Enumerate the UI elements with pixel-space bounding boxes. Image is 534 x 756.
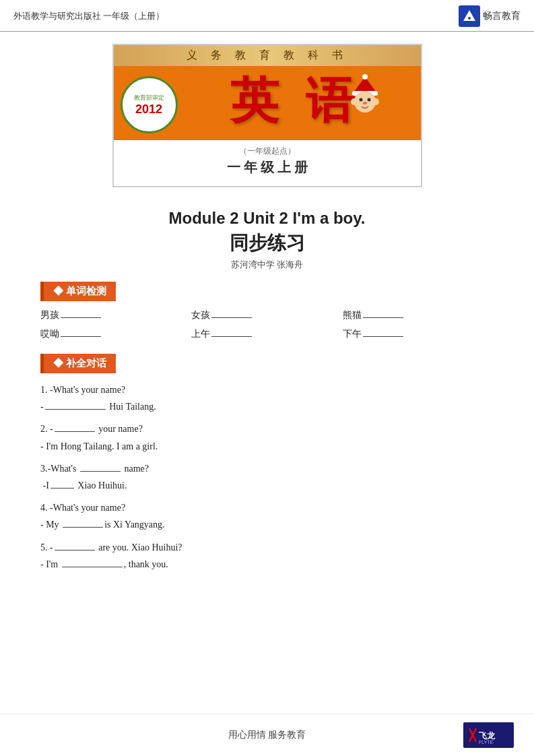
svg-point-1 bbox=[468, 17, 471, 20]
dialogue-5: 5. - are you. Xiao Huihui? - I'm , thank… bbox=[40, 539, 494, 573]
blank-xiongmao bbox=[363, 317, 403, 318]
section-vocab-header: ◆ 单词检测 bbox=[40, 282, 116, 301]
cover-seal-year: 2012 bbox=[135, 102, 162, 117]
section-vocab: ◆ 单词检测 男孩 女孩 熊猫 哎呦 上午 bbox=[40, 282, 494, 340]
dialogue-2: 2. - your name? - I'm Hong Tailang. I am… bbox=[40, 420, 494, 454]
cover-top-banner: 义 务 教 育 教 科 书 bbox=[114, 45, 421, 66]
dialogue-3-line2: -I Xiao Huihui. bbox=[40, 480, 127, 491]
cover-wrapper: 义 务 教 育 教 科 书 教育部审定 2012 英 语 bbox=[0, 32, 534, 194]
cover-seal: 教育部审定 2012 bbox=[121, 76, 178, 133]
blank-d4a bbox=[63, 527, 103, 528]
svg-point-8 bbox=[363, 102, 367, 104]
vocab-item-1: 男孩 bbox=[40, 309, 191, 321]
section-dialogue-header: ◆ 补全对话 bbox=[40, 354, 116, 373]
blank-d3a bbox=[80, 471, 121, 472]
dialogue-2-line2: - I'm Hong Tailang. I am a girl. bbox=[40, 441, 158, 451]
section-dialogue: ◆ 补全对话 1. -What's your name? - Hui Taila… bbox=[40, 354, 494, 573]
dialogue-1-num: 1. -What's your name? bbox=[40, 385, 125, 395]
blank-d2a bbox=[55, 431, 95, 432]
vocab-item-4: 哎呦 bbox=[40, 328, 191, 340]
mascot-svg bbox=[347, 73, 384, 114]
blank-xiawu bbox=[363, 336, 403, 337]
dialogue-1: 1. -What's your name? - Hui Tailang. bbox=[40, 381, 494, 415]
author-info: 苏河湾中学 张海舟 bbox=[40, 259, 494, 271]
footer-logo-svg: 飞龙 FLYTE bbox=[467, 725, 510, 745]
blank-d1 bbox=[45, 409, 106, 410]
cover-bottom: （一年级起点） 一 年 级 上 册 bbox=[114, 140, 421, 186]
svg-point-6 bbox=[359, 98, 362, 102]
svg-text:FLYTE: FLYTE bbox=[479, 740, 494, 745]
dialogue-4-num: 4. -What's your name? bbox=[40, 503, 125, 513]
blank-shangwu bbox=[211, 336, 252, 337]
dialogue-1-line2: - Hui Tailang. bbox=[40, 402, 156, 412]
vocab-item-3: 熊猫 bbox=[343, 309, 494, 321]
vocab-item-2: 女孩 bbox=[191, 309, 342, 321]
header: 外语教学与研究出版社 一年级（上册） 畅言教育 bbox=[0, 0, 534, 32]
vocab-item-5: 上午 bbox=[191, 328, 342, 340]
cover-box: 义 务 教 育 教 科 书 教育部审定 2012 英 语 bbox=[112, 44, 422, 187]
dialogue-4: 4. -What's your name? - My is Xi Yangyan… bbox=[40, 499, 494, 533]
svg-text:飞龙: 飞龙 bbox=[479, 731, 496, 741]
svg-point-9 bbox=[351, 98, 358, 105]
page-wrapper: 外语教学与研究出版社 一年级（上册） 畅言教育 义 务 教 育 教 科 书 教育… bbox=[0, 0, 534, 756]
footer-text: 用心用情 服务教育 bbox=[185, 729, 349, 741]
footer-logo: 飞龙 FLYTE bbox=[463, 722, 514, 748]
dialogue-2-num: 2. - your name? bbox=[40, 424, 143, 434]
footer-logo-wrapper: 飞龙 FLYTE bbox=[349, 722, 514, 748]
vocab-row-1: 男孩 女孩 熊猫 bbox=[40, 309, 494, 321]
cover-grade: 一 年 级 上 册 bbox=[114, 158, 421, 177]
main-content: Module 2 Unit 2 I'm a boy. 同步练习 苏河湾中学 张海… bbox=[0, 194, 534, 600]
blank-nvhai bbox=[211, 317, 252, 318]
cover-subtitle-small: （一年级起点） bbox=[114, 146, 421, 157]
blank-aiyou bbox=[61, 336, 101, 337]
brand-name: 畅言教育 bbox=[483, 10, 521, 22]
sync-title: 同步练习 bbox=[40, 230, 494, 256]
cover-seal-top: 教育部审定 bbox=[134, 94, 164, 102]
blank-d3b bbox=[51, 488, 74, 489]
blank-d5a bbox=[55, 550, 95, 550]
cover-chinese-title: 英 语 bbox=[230, 76, 361, 125]
module-title: Module 2 Unit 2 I'm a boy. bbox=[40, 209, 494, 228]
cover-main: 教育部审定 2012 英 语 bbox=[114, 66, 421, 140]
vocab-row-2: 哎呦 上午 下午 bbox=[40, 328, 494, 340]
footer: 用心用情 服务教育 飞龙 FLYTE bbox=[0, 714, 534, 756]
svg-point-4 bbox=[362, 74, 368, 80]
dialogue-5-num: 5. - are you. Xiao Huihui? bbox=[40, 542, 182, 553]
blank-nanhai bbox=[61, 317, 101, 318]
header-brand: 畅言教育 bbox=[459, 5, 521, 27]
svg-point-10 bbox=[372, 98, 379, 105]
brand-logo-icon bbox=[459, 5, 480, 27]
dialogue-4-line2: - My is Xi Yangyang. bbox=[40, 519, 165, 530]
dialogue-5-line2: - I'm , thank you. bbox=[40, 559, 168, 569]
header-publisher: 外语教学与研究出版社 一年级（上册） bbox=[13, 10, 164, 22]
dialogue-3-num: 3.-What's name? bbox=[40, 464, 149, 474]
vocab-item-6: 下午 bbox=[343, 328, 494, 340]
dialogue-3: 3.-What's name? -I Xiao Huihui. bbox=[40, 460, 494, 494]
brand-svg-icon bbox=[462, 9, 477, 24]
cover-mascot bbox=[347, 73, 384, 117]
blank-d5b bbox=[62, 567, 123, 567]
svg-point-7 bbox=[367, 98, 370, 102]
